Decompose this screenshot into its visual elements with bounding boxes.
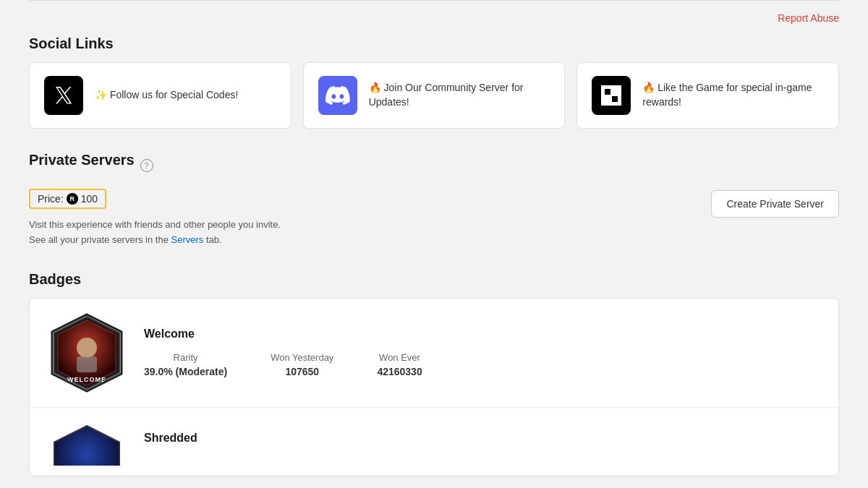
private-servers-description: Visit this experience with friends and o… [29, 218, 711, 248]
badge-won-yesterday-value: 107650 [271, 366, 333, 377]
badge-shredded-image [47, 422, 127, 466]
badge-welcome-name: Welcome [144, 328, 821, 341]
badges-list: WELCOME Welcome Rarity 39.0% (Moderate) … [29, 298, 839, 476]
private-servers-left: Price: R 100 Visit this experience with … [29, 189, 711, 248]
badge-shredded-info: Shredded [144, 432, 821, 456]
badges-title: Badges [29, 271, 839, 288]
twitter-x-icon [44, 76, 83, 115]
badges-section: Badges [29, 271, 839, 476]
badge-shredded-name: Shredded [144, 432, 821, 445]
social-links-grid: ✨ Follow us for Special Codes! 🔥 Join Ou… [29, 62, 839, 129]
create-private-server-button[interactable]: Create Private Server [711, 190, 839, 218]
badge-row-shredded: Shredded [30, 408, 838, 476]
discord-icon [318, 76, 357, 115]
social-links-title: Social Links [29, 35, 839, 52]
private-servers-help-icon[interactable]: ? [140, 159, 153, 172]
robux-icon: R [67, 193, 78, 205]
badge-won-ever-value: 42160330 [377, 366, 422, 377]
badge-rarity-label: Rarity [144, 352, 227, 363]
svg-point-7 [77, 338, 97, 358]
roblox-icon [592, 76, 631, 115]
price-amount: 100 [81, 193, 98, 205]
social-card-twitter[interactable]: ✨ Follow us for Special Codes! [29, 62, 292, 129]
badge-rarity-value: 39.0% (Moderate) [144, 366, 227, 377]
badge-welcome-image: WELCOME [47, 313, 127, 393]
discord-card-text: 🔥 Join Our Community Server for Updates! [369, 81, 550, 109]
price-badge: Price: R 100 [29, 189, 106, 209]
badge-won-ever-stat: Won Ever 42160330 [377, 352, 422, 377]
social-card-discord[interactable]: 🔥 Join Our Community Server for Updates! [303, 62, 566, 129]
discord-emoji: 🔥 [369, 82, 384, 93]
report-abuse-link[interactable]: Report Abuse [778, 12, 839, 24]
badge-welcome-stats: Rarity 39.0% (Moderate) Won Yesterday 10… [144, 352, 821, 377]
private-servers-section: Private Servers ? Price: R 100 Visit thi… [29, 152, 839, 248]
twitter-card-text: ✨ Follow us for Special Codes! [95, 88, 238, 103]
badge-rarity-stat: Rarity 39.0% (Moderate) [144, 352, 227, 377]
badge-welcome-info: Welcome Rarity 39.0% (Moderate) Won Yest… [144, 328, 821, 377]
badge-row-welcome: WELCOME Welcome Rarity 39.0% (Moderate) … [30, 299, 838, 408]
badge-won-ever-label: Won Ever [377, 352, 422, 363]
svg-rect-0 [601, 85, 621, 106]
twitter-emoji: ✨ [95, 89, 110, 100]
price-label: Price: [38, 193, 64, 205]
svg-rect-8 [77, 356, 97, 372]
top-divider [29, 0, 839, 1]
social-card-roblox[interactable]: 🔥 Like the Game for special in-game rewa… [576, 62, 839, 129]
private-servers-title: Private Servers [29, 152, 135, 168]
badge-won-yesterday-stat: Won Yesterday 107650 [271, 352, 333, 377]
roblox-card-text: 🔥 Like the Game for special in-game rewa… [642, 81, 824, 109]
svg-rect-1 [605, 89, 610, 95]
svg-text:WELCOME: WELCOME [67, 376, 106, 383]
roblox-emoji: 🔥 [642, 82, 658, 93]
badge-won-yesterday-label: Won Yesterday [271, 352, 333, 363]
svg-marker-11 [54, 426, 119, 466]
servers-tab-link[interactable]: Servers [171, 234, 204, 245]
svg-rect-2 [612, 96, 618, 102]
